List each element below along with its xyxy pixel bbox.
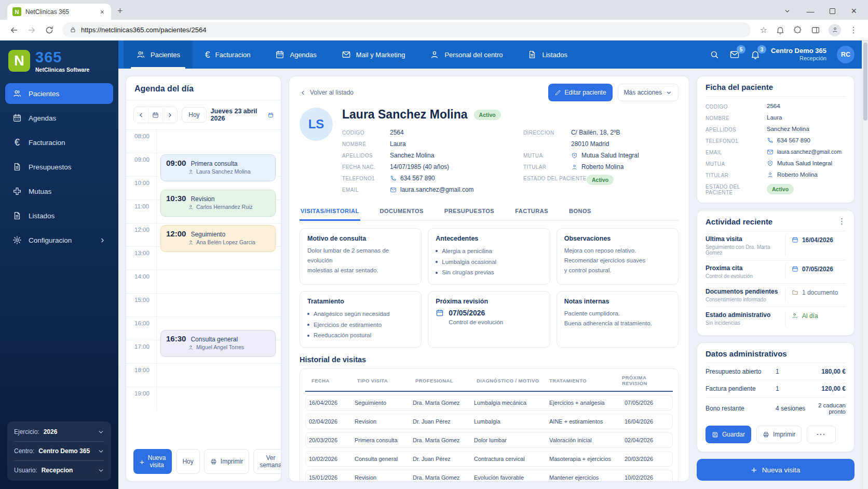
usuario-select[interactable]: Usuario: Recepcion [14,461,104,480]
chevron-down-icon [98,467,104,474]
printer-icon [763,431,769,438]
kebab-menu-icon[interactable]: ⋮ [838,217,846,226]
sidebar-item-facturacion[interactable]: € Facturacion [5,132,113,153]
forward-button[interactable] [24,22,39,38]
sidebar-item-agendas[interactable]: Agendas [5,108,113,128]
scrollbar-thumb[interactable] [863,43,867,121]
sidebar-item-configuracion[interactable]: Configuracion [5,230,113,250]
extensions-icon[interactable] [793,25,803,35]
bell-icon[interactable]: 3 [750,49,761,60]
notifications-icon[interactable] [776,25,785,35]
patient-tabs: VISITAS/HISTORIAL DOCUMENTOS PRESUPUESTO… [300,203,679,221]
address-bar[interactable]: https://netclinicas365.com/pacientes/256… [62,22,751,37]
ficha-email: laura.sanchez@gmail.com [767,149,842,155]
envelope-icon [342,50,351,59]
patient-titular: Roberto Molina [571,163,623,170]
table-row[interactable]: 20/03/2026Primera consultaDra. Marta Gom… [305,432,673,448]
person-icon [188,204,194,210]
ficha-estado-badge: Activo [767,184,794,194]
topnav-mail-marketing[interactable]: Mail y Marketing [329,41,418,69]
window-maximize-button[interactable] [830,8,835,14]
agenda-next-day-button[interactable] [163,107,178,123]
browser-profile-icon[interactable] [829,24,841,36]
tab-presupuestos[interactable]: PRESUPUESTOS [443,203,495,220]
tab-bonos[interactable]: BONOS [568,203,592,220]
table-row[interactable]: 02/04/2026RevisionDr. Juan PérezLumbalgi… [305,414,673,429]
table-row[interactable]: 10/02/2026Consulta generalDr. Juan Pérez… [305,451,673,467]
print-button[interactable]: Imprimir [756,426,802,443]
reload-button[interactable] [42,22,57,38]
agenda-prev-day-button[interactable] [134,107,148,123]
time-slot: 12:00 [126,223,156,246]
window-close-button[interactable]: × [851,6,857,16]
tab-close-icon[interactable]: × [99,8,106,16]
euro-icon: € [12,138,22,147]
agenda-week-button[interactable]: Ver semana [253,449,281,474]
appointment-card[interactable]: 10:30Revision Carlos Hernandez Ruiz [160,190,276,217]
tab-favicon: N [12,7,21,16]
appointment-card[interactable]: 12:00Seguimiento Ana Belén Lopez Garcia [160,225,276,252]
topnav-agendas[interactable]: Agendas [263,41,329,69]
appointment-card[interactable]: 16:30Consulta general Miguel Angel Torre… [160,330,276,357]
browser-tab-bar: N NetClinicas 365 × + — × [0,0,868,20]
table-row[interactable]: 16/04/2026SeguimientoDra. Marta GomezLum… [305,395,673,411]
agenda-today-button[interactable]: Hoy [182,107,206,123]
agenda-date[interactable]: Jueves 23 abril 2026 [211,108,274,122]
window-menu-chevron-icon[interactable] [784,8,791,15]
patients-icon [136,50,145,59]
edit-patient-button[interactable]: Editar paciente [548,84,613,101]
table-row[interactable]: 15/01/2026RevisionDra. Marta GomezEvoluc… [305,470,673,482]
tab-facturas[interactable]: FACTURAS [514,203,549,220]
browser-menu-icon[interactable]: ⋮ [849,25,858,35]
gear-icon [12,235,22,245]
calendar-icon [268,112,274,118]
topnav-pacientes[interactable]: Pacientes [124,41,193,69]
mail-icon[interactable]: 5 [729,49,740,60]
topnav-facturacion[interactable]: € Facturacion [193,41,263,69]
agenda-hoy-button[interactable]: Hoy [176,449,199,474]
more-actions-button[interactable]: Más acciones [618,84,679,101]
new-visit-button[interactable]: +Nueva visita [697,459,855,481]
card-motivo-consulta: Motivo de consulta Dolor lumbar de 2 sem… [300,228,422,285]
new-tab-button[interactable]: + [117,6,123,17]
centro-select[interactable]: Centro: Centro Demo 365 [14,442,104,461]
person-icon [188,169,194,175]
save-button[interactable]: Guardar [706,426,751,443]
user-avatar[interactable]: RC [837,46,855,63]
time-slot: 10:00 [126,177,156,200]
window-minimize-button[interactable]: — [806,7,814,15]
agenda-print-button[interactable]: Imprimir [204,449,249,474]
topnav-personal[interactable]: Personal del centro [417,41,515,69]
bookmark-star-icon[interactable]: ☆ [760,25,767,35]
phone-icon [390,175,397,182]
datos-title: Datos administrativos [706,349,846,363]
ficha-nombre: Laura [767,114,782,121]
topnav-listados[interactable]: Listados [515,41,579,69]
pencil-icon [554,89,561,96]
tab-visitas-historial[interactable]: VISITAS/HISTORIAL [300,203,360,221]
sidebar-item-listados[interactable]: Listados [5,205,113,226]
time-slot: 18:00 [126,364,156,387]
sidebar-item-mutuas[interactable]: Mutuas [5,181,113,202]
ejercicio-select[interactable]: Ejercicio: 2026 [14,422,104,442]
agenda-calendar-picker-button[interactable] [148,107,163,123]
activity-row: Estado administrativoSin incidencias Al … [706,307,846,330]
patient-telefono: 634 567 890 [390,175,435,182]
history-table-header: FECHA TIPO VISITA PROFESIONAL DIAGNÓSTIC… [305,370,673,392]
back-to-list-link[interactable]: Volver al listado [300,89,354,96]
shield-icon [767,160,774,167]
search-icon[interactable] [710,50,719,59]
side-panel-icon[interactable] [811,25,820,35]
appointment-card[interactable]: 09:00Primera consulta Laura Sanchez Moli… [160,154,276,181]
sidebar-item-presupuestos[interactable]: Presupuestos [5,156,113,177]
sidebar-item-pacientes[interactable]: Pacientes [5,83,113,104]
tab-documentos[interactable]: DOCUMENTOS [379,203,425,220]
list-item: Alergia a penicilina [436,246,542,257]
back-button[interactable] [6,22,22,38]
plus-icon: + [751,465,757,475]
page-scrollbar[interactable] [862,41,868,489]
more-options-button[interactable]: ··· [807,426,836,443]
browser-tab[interactable]: N NetClinicas 365 × [7,4,111,20]
agenda-new-visit-button[interactable]: +Nueva visita [133,449,172,474]
person-icon [767,171,774,178]
